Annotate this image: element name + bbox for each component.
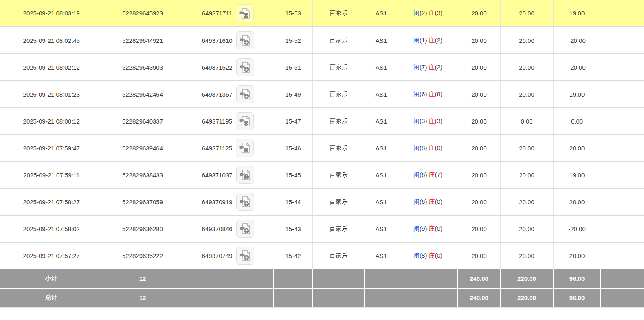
cell-summary-empty: [182, 269, 274, 288]
table-row[interactable]: 2025-09-21 08:01:23522829642454649371367…: [0, 81, 644, 108]
game-id-text: 649371610: [202, 37, 232, 44]
video-replay-button[interactable]: [236, 220, 254, 238]
video-replay-button[interactable]: [236, 166, 254, 184]
cell-game-id: 649371125: [182, 135, 274, 161]
cell-extra: [601, 54, 644, 81]
cell-bet-time: 2025-09-21 07:59:11: [0, 161, 103, 188]
cell-bet-amount-link[interactable]: 20.00: [458, 108, 500, 135]
cell-result: 闲(8) 庄(0): [398, 135, 458, 161]
cell-valid-amount: 20.00: [500, 135, 553, 161]
table-row[interactable]: 2025-09-21 08:02:45522829644921649371610…: [0, 27, 644, 54]
cell-game-id: 649371711: [182, 0, 274, 27]
cell-valid-amount: 20.00: [500, 27, 553, 54]
cell-table-name: AS1: [365, 161, 398, 188]
cell-win-loss: 20.00: [553, 135, 601, 161]
cell-win-loss: 19.00: [553, 161, 601, 188]
video-replay-button[interactable]: [236, 58, 254, 76]
game-id-group: 649371711: [182, 4, 274, 22]
video-file-icon: [239, 34, 251, 46]
cell-result: 闲(1) 庄(2): [398, 27, 458, 54]
cell-bet-amount-link[interactable]: 20.00: [458, 0, 500, 27]
cell-round: 15-44: [274, 188, 312, 215]
cell-order-id: 522829640337: [103, 108, 182, 135]
game-id-group: 649371610: [182, 31, 274, 49]
cell-table-name: AS1: [365, 108, 398, 135]
player-points: (6): [420, 171, 429, 178]
game-id-text: 649371711: [202, 10, 232, 17]
video-replay-button[interactable]: [236, 4, 254, 22]
player-label: 闲: [413, 144, 420, 151]
cell-bet-amount-link[interactable]: 20.00: [458, 161, 500, 188]
cell-game-name: 百家乐: [312, 161, 365, 188]
cell-summary-count: 12: [103, 288, 182, 307]
banker-label: 庄: [429, 37, 435, 44]
cell-result: 闲(3) 庄(3): [398, 108, 458, 135]
cell-summary-win-loss: 96.00: [553, 288, 601, 307]
cell-summary-empty: [182, 288, 274, 307]
cell-round: 15-47: [274, 108, 312, 135]
cell-order-id: 522829638433: [103, 161, 182, 188]
video-replay-button[interactable]: [236, 112, 254, 130]
cell-bet-amount-link[interactable]: 20.00: [458, 27, 500, 54]
cell-bet-amount-link[interactable]: 20.00: [458, 54, 500, 81]
game-id-text: 649371037: [202, 172, 232, 179]
cell-valid-amount: 0.00: [500, 108, 553, 135]
table-row[interactable]: 2025-09-21 08:00:12522829640337649371195…: [0, 108, 644, 135]
video-file-icon: [239, 223, 251, 235]
player-label: 闲: [413, 37, 420, 44]
cell-win-loss: 0.00: [553, 108, 601, 135]
cell-summary-valid-amount: 220.00: [500, 269, 553, 288]
cell-bet-time: 2025-09-21 07:57:27: [0, 242, 103, 269]
table-row[interactable]: 2025-09-21 07:57:27522829635222649370749…: [0, 242, 644, 269]
subtotal-row: 小计12240.00220.0096.00: [0, 269, 644, 288]
cell-result: 闲(2) 庄(3): [398, 0, 458, 27]
video-replay-button[interactable]: [236, 247, 254, 265]
cell-bet-amount-link[interactable]: 20.00: [458, 81, 500, 108]
banker-points: (0): [435, 225, 442, 232]
cell-bet-amount-link[interactable]: 20.00: [458, 215, 500, 242]
cell-valid-amount: 20.00: [500, 161, 553, 188]
game-id-group: 649370919: [182, 193, 274, 211]
table-row[interactable]: 2025-09-21 07:58:27522829637059649370919…: [0, 188, 644, 215]
player-points: (2): [420, 9, 429, 16]
cell-win-loss: 19.00: [553, 81, 601, 108]
cell-valid-amount: 20.00: [500, 0, 553, 27]
cell-game-name: 百家乐: [312, 108, 365, 135]
player-points: (8): [420, 252, 429, 259]
cell-summary-bet-amount: 240.00: [458, 288, 500, 307]
video-file-icon: [239, 142, 251, 154]
cell-summary-empty: [601, 269, 644, 288]
cell-valid-amount: 20.00: [500, 188, 553, 215]
cell-bet-amount-link[interactable]: 20.00: [458, 242, 500, 269]
cell-summary-label: 小计: [0, 269, 103, 288]
total-row: 总计12240.00220.0096.00: [0, 288, 644, 307]
player-points: (7): [420, 64, 429, 71]
cell-round: 15-43: [274, 215, 312, 242]
video-replay-button[interactable]: [236, 193, 254, 211]
table-row[interactable]: 2025-09-21 08:03:19522829645923649371711…: [0, 0, 644, 27]
cell-summary-empty: [312, 269, 365, 288]
video-replay-button[interactable]: [236, 31, 254, 49]
cell-valid-amount: 20.00: [500, 215, 553, 242]
cell-bet-amount-link[interactable]: 20.00: [458, 135, 500, 161]
cell-summary-empty: [398, 269, 458, 288]
bet-records-table: 2025-09-21 08:03:19522829645923649371711…: [0, 0, 644, 308]
cell-summary-valid-amount: 220.00: [500, 288, 553, 307]
video-replay-button[interactable]: [236, 139, 254, 157]
video-replay-button[interactable]: [236, 85, 254, 103]
cell-game-name: 百家乐: [312, 215, 365, 242]
cell-order-id: 522829637059: [103, 188, 182, 215]
cell-extra: [601, 188, 644, 215]
cell-bet-amount-link[interactable]: 20.00: [458, 188, 500, 215]
table-row[interactable]: 2025-09-21 07:59:47522829639464649371125…: [0, 135, 644, 161]
table-row[interactable]: 2025-09-21 08:02:12522829643903649371522…: [0, 54, 644, 81]
table-row[interactable]: 2025-09-21 07:59:11522829638433649371037…: [0, 161, 644, 188]
player-label: 闲: [413, 90, 420, 97]
video-file-icon: [239, 61, 251, 73]
cell-extra: [601, 215, 644, 242]
game-id-text: 649371367: [202, 91, 232, 98]
player-label: 闲: [413, 117, 420, 124]
game-id-text: 649370846: [202, 225, 232, 232]
table-row[interactable]: 2025-09-21 07:58:02522829636280649370846…: [0, 215, 644, 242]
cell-bet-time: 2025-09-21 08:02:12: [0, 54, 103, 81]
